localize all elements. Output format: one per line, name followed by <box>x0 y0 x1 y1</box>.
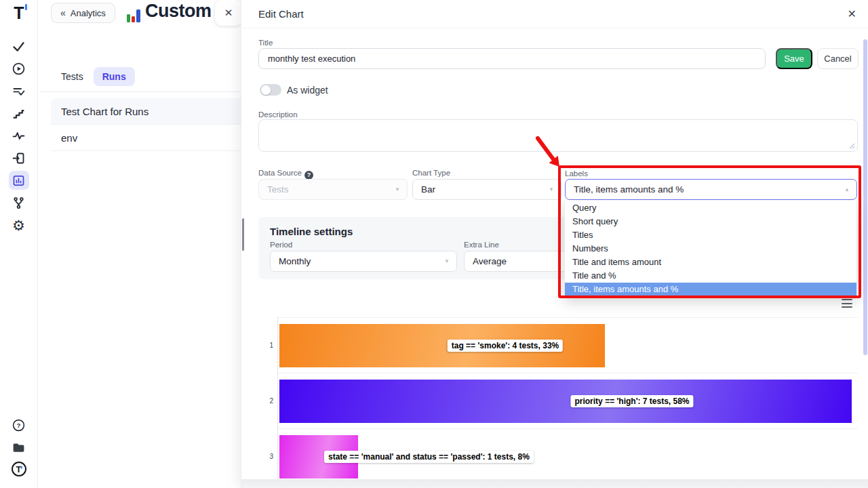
app-logo[interactable]: T <box>9 3 29 22</box>
description-textarea[interactable] <box>258 119 858 152</box>
back-label: Analytics <box>71 8 106 18</box>
list-item-env[interactable]: env <box>51 125 241 151</box>
caret-down-icon: ▼ <box>395 186 400 192</box>
list-check-icon[interactable] <box>9 81 29 100</box>
question-badge-icon[interactable]: ? <box>304 171 313 180</box>
bar-label: priority == 'high': 7 tests, 58% <box>570 395 693 407</box>
help-icon[interactable]: ? <box>9 415 29 434</box>
bar-label: tag == 'smoke': 4 tests, 33% <box>448 340 563 352</box>
extra-line-label: Extra Line <box>464 241 499 249</box>
dropdown-option[interactable]: Query <box>565 201 856 214</box>
modal-title: Edit Chart <box>258 8 304 20</box>
chart-row <box>278 373 858 429</box>
dropdown-option[interactable]: Numbers <box>565 241 856 255</box>
branch-icon[interactable] <box>9 193 29 212</box>
chart-plot: tag == 'smoke': 4 tests, 33%1priority ==… <box>277 317 858 484</box>
tab-runs[interactable]: Runs <box>94 67 135 86</box>
title-input[interactable]: monthly test execution <box>258 48 766 69</box>
list-item-test-chart-for-runs[interactable]: Test Chart for Runs <box>51 98 241 125</box>
chart-menu-icon[interactable] <box>842 299 852 308</box>
analytics-back-button[interactable]: « Analytics <box>51 3 115 23</box>
dropdown-option[interactable]: Titles <box>565 228 856 241</box>
dropdown-option[interactable]: Title and % <box>565 269 856 283</box>
save-button[interactable]: Save <box>776 48 812 69</box>
timeline-heading: Timeline settings <box>270 226 353 237</box>
edit-chart-modal: Edit Chart ✕ Title monthly test executio… <box>241 0 868 488</box>
icon-sidebar: T ⚙ ? <box>0 0 38 488</box>
as-widget-toggle[interactable] <box>260 84 281 96</box>
bottom-strip <box>241 479 868 488</box>
close-icon: ✕ <box>224 7 233 19</box>
checkmark-icon[interactable] <box>9 37 29 56</box>
svg-text:T: T <box>16 464 21 474</box>
period-label: Period <box>270 241 292 249</box>
tab-tests[interactable]: Tests <box>60 67 85 86</box>
resize-handle-icon[interactable] <box>848 142 855 149</box>
back-chevrons-icon: « <box>60 7 66 18</box>
divider <box>41 92 241 92</box>
title-label: Title <box>258 39 273 47</box>
play-circle-icon[interactable] <box>9 59 29 78</box>
activity-icon[interactable] <box>9 126 29 145</box>
chart-type-label: Chart Type <box>412 169 450 177</box>
modal-header: Edit Chart ✕ <box>241 0 868 28</box>
bar-label: state == 'manual' and status == 'passed'… <box>324 451 534 463</box>
labels-dropdown: QueryShort queryTitlesNumbersTitle and i… <box>564 201 857 297</box>
svg-text:?: ? <box>17 422 21 429</box>
analytics-charts-icon[interactable] <box>9 171 29 190</box>
tabs: Tests Runs <box>60 67 135 86</box>
cancel-button[interactable]: Cancel <box>817 48 859 69</box>
chart-row <box>278 318 858 373</box>
caret-down-icon: ▼ <box>444 258 450 264</box>
caret-up-icon: ▲ <box>844 186 850 192</box>
settings-gear-icon[interactable]: ⚙ <box>9 216 29 235</box>
account-logo-icon[interactable]: T <box>9 460 29 479</box>
custom-charts-panel: « Analytics Custom C ✕ Tests Runs Test C… <box>38 0 241 488</box>
row-number: 2 <box>261 397 273 405</box>
row-number: 1 <box>261 342 273 349</box>
as-widget-label: As widget <box>287 85 328 96</box>
folder-icon[interactable] <box>9 438 29 457</box>
bar-chart-emoji-icon <box>127 6 142 22</box>
description-label: Description <box>258 110 298 119</box>
labels-label: Labels <box>565 169 588 178</box>
labels-select[interactable]: Title, items amounts and % ▲ <box>565 179 857 200</box>
modal-scrollbar[interactable] <box>863 39 867 355</box>
caret-down-icon: ▼ <box>549 186 554 192</box>
app-root: T ⚙ ? <box>0 0 868 488</box>
panel-scrollbar-thumb[interactable] <box>242 218 244 251</box>
tab-close-button[interactable]: ✕ <box>215 0 242 26</box>
chart-bar <box>279 380 852 423</box>
period-select[interactable]: Monthly ▼ <box>270 251 457 272</box>
import-icon[interactable] <box>9 148 29 167</box>
dropdown-option[interactable]: Title and items amount <box>565 256 856 269</box>
data-source-select[interactable]: Tests ▼ <box>258 179 408 200</box>
modal-close-icon[interactable]: ✕ <box>848 7 856 20</box>
steps-icon[interactable] <box>9 104 29 123</box>
chart-type-select[interactable]: Bar ▼ <box>412 179 561 200</box>
row-number: 3 <box>261 453 273 460</box>
dropdown-option[interactable]: Short query <box>565 214 856 228</box>
dropdown-option[interactable]: Title, items amounts and % <box>565 283 856 296</box>
page-title: Custom C <box>145 1 216 22</box>
data-source-label: Data Source? <box>258 169 313 180</box>
